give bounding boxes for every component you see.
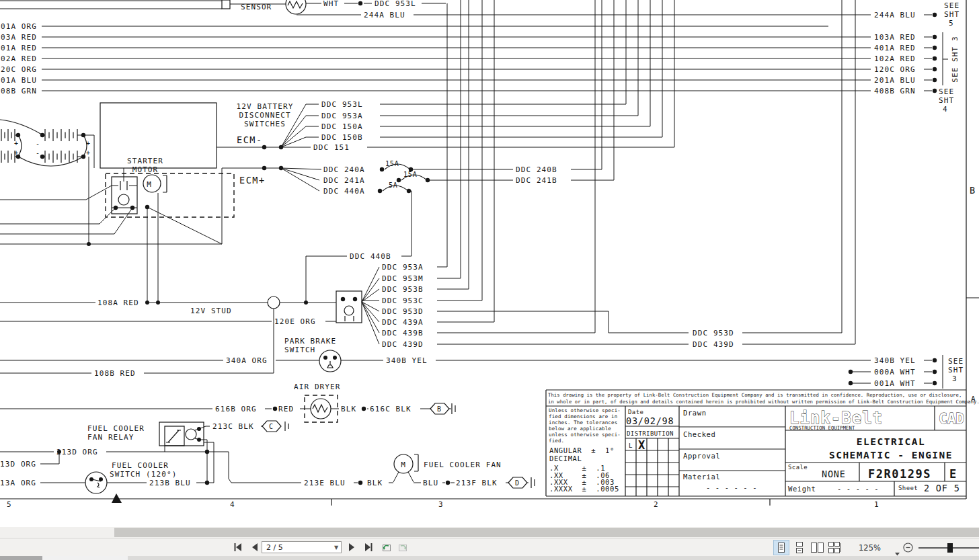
see-sheet-ref: SEE SHT 3 xyxy=(951,36,960,83)
component-label: AIR DRYER xyxy=(294,383,341,391)
distribution-cell: X xyxy=(638,438,645,452)
single-page-layout-button[interactable] xyxy=(774,541,789,555)
wire-label: BLU xyxy=(423,479,438,487)
wire-label: 120C ORG xyxy=(874,65,916,74)
wire-label: DDC 953L xyxy=(321,100,363,109)
two-page-layout-button[interactable] xyxy=(810,541,825,555)
fuel-cooler-switch-symbol xyxy=(85,472,107,493)
battery-polarity: + xyxy=(86,149,91,157)
motor-letter: M xyxy=(147,180,152,189)
wire-label: DDC 440B xyxy=(350,252,391,261)
sensor-symbol xyxy=(286,0,306,14)
component-label: MOTOR xyxy=(132,165,159,174)
connector-letter: B xyxy=(437,405,442,413)
zone-number: 5 xyxy=(7,500,12,509)
page-number-box[interactable]: ▼ xyxy=(262,541,342,553)
wire-label: 108A RED xyxy=(97,298,139,307)
wire-label: DDC 953A xyxy=(382,263,424,272)
see-sheet-ref: SHT xyxy=(939,96,954,105)
stud-label: 12V STUD xyxy=(190,307,232,315)
wire-label: DDC 953B xyxy=(382,285,424,294)
wire-label: 401A RED xyxy=(874,44,916,52)
zoom-out-button[interactable] xyxy=(901,541,914,554)
revision-triangle-marker xyxy=(112,493,122,503)
previous-page-button[interactable] xyxy=(247,541,262,554)
wire-label: 213B BLU xyxy=(149,479,191,487)
wiring-stud-block xyxy=(0,256,855,373)
tolerance-text: DECIMAL xyxy=(549,454,582,463)
next-page-button[interactable] xyxy=(344,541,359,554)
connector-letter: C xyxy=(269,423,274,430)
next-view-button[interactable] xyxy=(396,541,411,554)
wire-label: 02A RED xyxy=(1,54,37,63)
connector-letter: D xyxy=(515,479,520,487)
ground-symbol-c xyxy=(285,422,288,431)
first-page-icon xyxy=(233,543,244,552)
wire-label: 13D ORG xyxy=(0,460,36,469)
battery-jumper-arcs xyxy=(0,120,87,166)
wiring-park-brake xyxy=(0,350,943,389)
tolerance-text: fied. xyxy=(549,438,564,444)
see-sheet-ref: SEE xyxy=(948,357,964,366)
sensor-terminal-box xyxy=(222,0,230,9)
wire-label: 616C BLK xyxy=(370,405,412,413)
tolerance-text: Unless otherwise speci- xyxy=(549,407,621,413)
wire-label: DDC 440A xyxy=(323,187,365,196)
wire-label: 108B RED xyxy=(94,369,136,378)
see-sheet-ref: 3 xyxy=(952,374,957,383)
horizontal-scrollbar[interactable] xyxy=(0,527,979,538)
wire-label: 340A ORG xyxy=(226,356,268,365)
continuous-layout-button[interactable] xyxy=(792,541,807,555)
fuse-rating: 15A xyxy=(385,160,399,167)
battery-polarity: - xyxy=(36,140,40,147)
ecm-minus-label: ECM- xyxy=(237,134,263,145)
single-page-icon xyxy=(776,542,787,553)
component-label: 12V BATTERY xyxy=(237,102,294,111)
previous-page-icon xyxy=(251,543,259,552)
wire-label: 13A ORG xyxy=(0,479,36,487)
last-page-button[interactable] xyxy=(360,541,375,554)
wire-label: 244A BLU xyxy=(874,11,916,19)
first-page-button[interactable] xyxy=(231,541,246,554)
field-label: DISTRIBUTION xyxy=(627,430,674,437)
tolerance-text: unless otherwise speci- xyxy=(549,432,621,438)
wire-label: DDC 241A xyxy=(323,176,365,185)
wire-label: DDC 151 xyxy=(313,143,350,152)
cad-stamp: CAD xyxy=(939,411,964,427)
wire-label: 616B ORG xyxy=(215,405,257,413)
wiring-battery-starter xyxy=(0,103,222,303)
previous-view-button[interactable] xyxy=(379,541,393,554)
field-label: Drawn xyxy=(683,409,707,417)
component-label: DISCONNECT xyxy=(239,111,290,120)
wire-label: DDC 150A xyxy=(321,122,363,131)
previous-view-icon xyxy=(380,542,392,553)
component-label: SWITCH (120°) xyxy=(110,470,177,479)
field-label: Approval xyxy=(683,452,720,460)
legal-text: in whole or in part, of design and detai… xyxy=(548,399,979,405)
horizontal-scrollbar-thumb[interactable] xyxy=(114,528,979,537)
ground-symbol-b xyxy=(452,403,455,414)
legal-text: This drawing is the property of Link-Bel… xyxy=(548,392,962,398)
field-value: - - - - - - xyxy=(706,483,757,491)
field-label: Checked xyxy=(683,430,715,438)
battery-polarity: + xyxy=(86,140,91,147)
see-sheet-ref: SEE xyxy=(944,1,960,10)
page-number-input[interactable] xyxy=(262,543,331,552)
wiring-fuel-cooler xyxy=(0,421,535,493)
component-label: FAN RELAY xyxy=(87,433,134,442)
wire-label: BLK xyxy=(341,405,356,413)
revision-letter: E xyxy=(949,467,957,481)
zoom-slider-handle[interactable] xyxy=(947,543,953,553)
distribution-cell: L xyxy=(629,442,633,449)
two-page-continuous-layout-button[interactable] xyxy=(828,541,843,555)
wire-label: 213E BLU xyxy=(304,479,346,487)
page-dropdown-caret-icon[interactable]: ▼ xyxy=(331,545,341,551)
wire-label: DDC 953C xyxy=(382,296,424,305)
drawing-number: F2R0129S xyxy=(868,467,931,481)
zone-letter: B xyxy=(970,185,976,196)
wire-label: 103A RED xyxy=(874,33,916,42)
wire-label: DDC 439A xyxy=(382,318,424,327)
12v-stud-symbol xyxy=(268,296,280,309)
fuse-rating: 15A xyxy=(403,171,417,178)
wire-label: DDC 241B xyxy=(516,176,557,185)
